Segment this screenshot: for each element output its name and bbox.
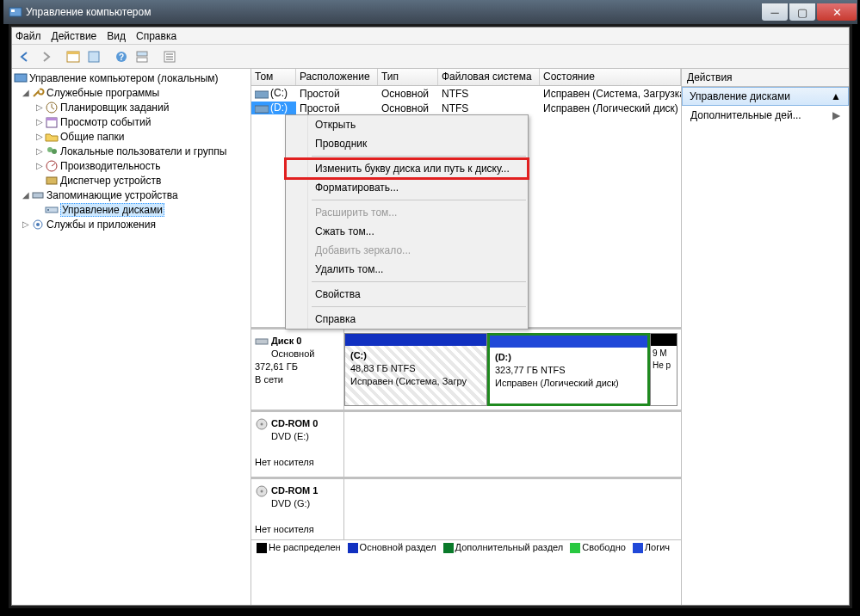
cm-open[interactable]: Открыть [286, 115, 528, 134]
forward-button[interactable] [36, 47, 55, 66]
tree-label: Запоминающие устройства [46, 189, 178, 201]
show-hide-tree-button[interactable] [64, 47, 83, 66]
menu-action[interactable]: Действие [52, 30, 97, 42]
actions-header: Действия [682, 69, 849, 87]
svg-point-15 [52, 149, 57, 154]
tree-system-tools[interactable]: ◢ Служебные программы [14, 85, 249, 100]
partition-size: 48,83 ГБ NTFS [350, 363, 416, 373]
tree-label: Общие папки [60, 131, 124, 143]
svg-rect-8 [137, 58, 147, 62]
legend-swatch-free [570, 543, 580, 553]
cdrom-1-info[interactable]: CD-ROM 1 DVD (G:) Нет носителя [251, 479, 344, 539]
back-button[interactable] [15, 47, 34, 66]
app-icon [9, 5, 22, 19]
collapse-icon[interactable]: ◢ [21, 190, 31, 200]
expand-icon[interactable]: ▷ [34, 102, 45, 112]
actions-more-label: Дополнительные дей... [690, 109, 801, 121]
actions-selected[interactable]: Управление дисками ▲ [682, 87, 849, 106]
properties-button[interactable] [84, 47, 103, 66]
maximize-button[interactable]: ▢ [789, 3, 815, 21]
cm-properties[interactable]: Свойства [286, 285, 528, 304]
collapse-icon[interactable]: ◢ [21, 88, 31, 97]
volume-list-header[interactable]: Том Расположение Тип Файловая система Со… [251, 69, 681, 86]
context-menu[interactable]: Открыть Проводник Изменить букву диска и… [285, 114, 529, 330]
partition-size: 323,77 ГБ NTFS [495, 365, 566, 375]
disk-size: 372,61 ГБ [255, 361, 298, 372]
col-volume[interactable]: Том [251, 69, 296, 85]
cdrom-0-info[interactable]: CD-ROM 0 DVD (E:) Нет носителя [251, 412, 344, 477]
view-top-button[interactable] [133, 47, 152, 66]
cm-explorer[interactable]: Проводник [286, 134, 528, 153]
partition-d[interactable]: (D:) 323,77 ГБ NTFS Исправен (Логический… [487, 333, 650, 406]
svg-rect-24 [255, 106, 269, 113]
svg-text:?: ? [119, 52, 124, 62]
legend-swatch-unalloc [257, 543, 267, 553]
graphical-view: Диск 0 Основной 372,61 ГБ В сети (C:) [251, 327, 681, 605]
drive-icon [255, 89, 269, 100]
partition-label: (C:) [350, 350, 367, 360]
disk-title: CD-ROM 1 [271, 485, 318, 496]
actions-more[interactable]: Дополнительные дей... ▶ [682, 106, 849, 125]
tree-disk-management[interactable]: Управление дисками [14, 202, 249, 217]
volume-row-d[interactable]: (D:) Простой Основной NTFS Исправен (Лог… [251, 101, 681, 115]
tree-local-users[interactable]: ▷ Локальные пользователи и группы [14, 144, 249, 158]
navigation-tree[interactable]: Управление компьютером (локальным) ◢ Слу… [12, 69, 251, 605]
tree-services[interactable]: ▷ Службы и приложения [14, 217, 249, 231]
volume-row-c[interactable]: (C:) Простой Основной NTFS Исправен (Сис… [251, 86, 681, 101]
settings-button[interactable] [160, 47, 179, 66]
partition-c[interactable]: (C:) 48,83 ГБ NTFS Исправен (Система, За… [344, 333, 487, 406]
title-bar[interactable]: Управление компьютером ─ ▢ ✕ [3, 0, 857, 24]
expand-icon[interactable]: ▷ [21, 219, 31, 229]
tree-task-scheduler[interactable]: ▷ Планировщик заданий [14, 100, 249, 114]
cm-delete[interactable]: Удалить том... [286, 260, 528, 279]
drive-icon [255, 103, 269, 114]
actions-selected-label: Управление дисками [690, 90, 790, 102]
tree-event-viewer[interactable]: ▷ Просмотр событий [14, 114, 249, 129]
disk-sub: DVD (E:) [271, 431, 309, 441]
help-button[interactable]: ? [112, 47, 131, 66]
chevron-right-icon: ▶ [832, 109, 840, 121]
expand-icon[interactable]: ▷ [34, 132, 45, 141]
svg-point-20 [47, 209, 49, 211]
legend-swatch-primary [348, 543, 358, 553]
expand-icon[interactable]: ▷ [34, 146, 45, 156]
svg-rect-10 [15, 74, 27, 82]
svg-rect-3 [67, 52, 79, 54]
minimize-button[interactable]: ─ [762, 3, 788, 21]
legend-label: Логич [645, 542, 670, 552]
cm-format[interactable]: Форматировать... [286, 178, 528, 197]
cdrom-1-block: CD-ROM 1 DVD (G:) Нет носителя [251, 479, 681, 539]
tree-storage[interactable]: ◢ Запоминающие устройства [14, 188, 249, 202]
cm-shrink[interactable]: Сжать том... [286, 222, 528, 241]
svg-rect-18 [33, 193, 43, 198]
cm-change-drive-letter[interactable]: Изменить букву диска или путь к диску... [286, 159, 528, 178]
col-layout[interactable]: Расположение [296, 69, 378, 85]
disk-type: Основной [271, 348, 314, 359]
col-status[interactable]: Состояние [540, 69, 681, 85]
svg-point-27 [261, 423, 263, 426]
expand-icon[interactable]: ▷ [34, 161, 45, 170]
computer-icon [14, 71, 28, 85]
col-type[interactable]: Тип [378, 69, 438, 85]
close-button[interactable]: ✕ [817, 3, 857, 21]
tree-performance[interactable]: ▷ Производительность [14, 158, 249, 173]
legend-label: Не распределен [269, 542, 341, 552]
menu-view[interactable]: Вид [107, 30, 126, 42]
col-fs[interactable]: Файловая система [438, 69, 540, 85]
tree-label: Просмотр событий [60, 116, 151, 128]
partition-status: Исправен (Система, Загру [350, 376, 467, 386]
storage-icon [31, 188, 45, 202]
tree-root-label: Управление компьютером (локальным) [29, 72, 219, 84]
menu-file[interactable]: Файл [15, 30, 41, 42]
partition-unallocated[interactable]: 9 М Не р [650, 333, 677, 406]
menu-help[interactable]: Справка [136, 30, 176, 42]
expand-icon[interactable]: ▷ [34, 117, 45, 126]
cm-help[interactable]: Справка [286, 310, 528, 329]
svg-rect-25 [256, 339, 268, 344]
disk-0-block: Диск 0 Основной 372,61 ГБ В сети (C:) [251, 330, 681, 412]
tree-shared-folders[interactable]: ▷ Общие папки [14, 129, 249, 144]
disk-0-info[interactable]: Диск 0 Основной 372,61 ГБ В сети [251, 330, 344, 410]
tree-label: Служебные программы [46, 87, 159, 99]
tree-device-manager[interactable]: Диспетчер устройств [14, 173, 249, 188]
tree-root[interactable]: Управление компьютером (локальным) [14, 71, 249, 85]
